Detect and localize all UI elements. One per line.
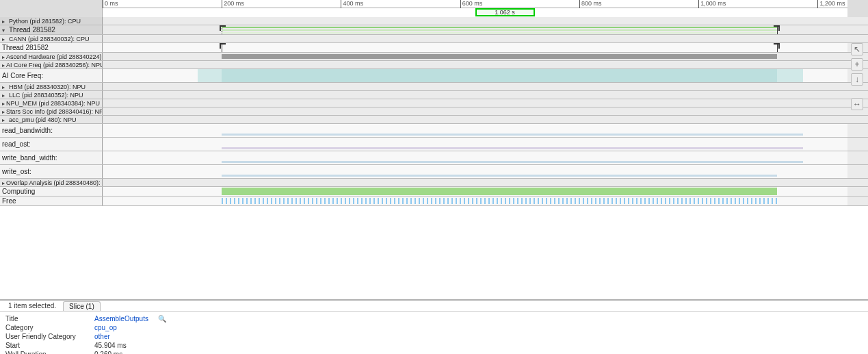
pointer-tool-button[interactable]: ↖ bbox=[851, 43, 863, 55]
row-label[interactable]: AI Core Freq (pid 288340256): NPU bbox=[0, 61, 103, 68]
expand-icon[interactable] bbox=[2, 26, 8, 34]
track-content[interactable] bbox=[103, 151, 847, 164]
track-content[interactable] bbox=[103, 43, 847, 52]
counter-bar[interactable] bbox=[777, 134, 803, 136]
process-row-overlap[interactable]: Overlap Analysis (pid 288340480): NPU bbox=[0, 179, 868, 187]
row-label[interactable]: LLC (pid 288340352): NPU bbox=[0, 91, 103, 99]
expand-icon[interactable] bbox=[2, 36, 8, 42]
tool-column: ↖ + ↓ ↔ bbox=[851, 43, 865, 113]
row-label[interactable]: NPU_MEM (pid 288340384): NPU bbox=[0, 99, 103, 107]
counter-bar[interactable] bbox=[777, 161, 803, 163]
process-row-llc[interactable]: LLC (pid 288340352): NPU bbox=[0, 91, 868, 99]
expand-icon[interactable] bbox=[2, 108, 5, 115]
kv-value[interactable]: other bbox=[94, 332, 110, 341]
counter-bar[interactable] bbox=[222, 147, 776, 149]
process-row-ascend[interactable]: Ascend Hardware (pid 288340224): NPU bbox=[0, 53, 868, 61]
row-label: write_ost: bbox=[0, 165, 103, 178]
track-content[interactable] bbox=[103, 165, 847, 178]
row-label[interactable]: Overlap Analysis (pid 288340480): NPU bbox=[0, 179, 103, 186]
row-label[interactable]: Stars Soc Info (pid 288340416): NPU bbox=[0, 108, 103, 115]
details-panel: 1 item selected. Slice (1) TitleAssemble… bbox=[0, 299, 868, 354]
ruler-tick: 800 ms bbox=[579, 0, 602, 8]
row-label[interactable]: Python (pid 281582): CPU bbox=[0, 17, 103, 25]
ruler-tick: 600 ms bbox=[460, 0, 483, 8]
kv-value[interactable]: AssembleOutputs bbox=[94, 314, 148, 323]
track-read-ost[interactable]: read_ost: bbox=[0, 138, 868, 151]
timeline-ruler[interactable]: 0 ms 200 ms 400 ms 600 ms 800 ms 1,000 m… bbox=[103, 0, 847, 8]
minimap-viewport[interactable]: 1.062 s bbox=[475, 8, 535, 16]
fit-button[interactable]: ↔ bbox=[851, 98, 863, 110]
tab-slice[interactable]: Slice (1) bbox=[63, 301, 101, 311]
events-stack[interactable] bbox=[222, 25, 776, 34]
selection-status: 1 item selected. bbox=[5, 301, 59, 311]
process-row-hbm[interactable]: HBM (pid 288340320): NPU bbox=[0, 83, 868, 91]
row-label[interactable]: acc_pmu (pid 480): NPU bbox=[0, 116, 103, 123]
track-free[interactable]: Free bbox=[0, 197, 868, 206]
counter-bar[interactable] bbox=[222, 161, 776, 163]
kv-key: User Friendly Category bbox=[5, 332, 88, 341]
expand-icon[interactable] bbox=[2, 116, 8, 123]
thread-row-281562b[interactable]: Thread 281582 bbox=[0, 43, 868, 53]
kv-value: 0.260 ms bbox=[94, 350, 122, 354]
search-icon[interactable]: 🔍 bbox=[158, 314, 166, 323]
counter-bar[interactable] bbox=[222, 175, 776, 177]
expand-icon[interactable] bbox=[2, 62, 5, 68]
track-content[interactable] bbox=[103, 53, 847, 60]
counter-bar[interactable] bbox=[222, 134, 776, 136]
range-end-marker[interactable] bbox=[777, 25, 778, 34]
thread-row-281562[interactable]: Thread 281582 bbox=[0, 25, 868, 35]
ruler-tick: 1,000 ms bbox=[698, 0, 726, 8]
zoom-out-button[interactable]: ↓ bbox=[851, 73, 863, 86]
track-computing[interactable]: Computing bbox=[0, 187, 868, 197]
row-label: Thread 281582 bbox=[0, 43, 103, 52]
process-row-aicorefreq[interactable]: AI Core Freq (pid 288340256): NPU bbox=[0, 61, 868, 69]
counter-bar[interactable] bbox=[222, 69, 776, 82]
row-label: read_ost: bbox=[0, 138, 103, 151]
track-content[interactable] bbox=[103, 124, 847, 137]
timeline-header: 0 ms 200 ms 400 ms 600 ms 800 ms 1,000 m… bbox=[0, 0, 868, 17]
track-read-bandwidth[interactable]: read_bandwidth: bbox=[0, 124, 868, 138]
row-label[interactable]: HBM (pid 288340320): NPU bbox=[0, 83, 103, 90]
fit-icon: ↔ bbox=[853, 99, 861, 109]
counter-bar[interactable] bbox=[777, 69, 803, 82]
expand-icon[interactable] bbox=[2, 18, 8, 25]
counter-bar[interactable] bbox=[198, 69, 222, 82]
track-write-bandwidth[interactable]: write_band_width: bbox=[0, 151, 868, 165]
process-row-starssoc[interactable]: Stars Soc Info (pid 288340416): NPU bbox=[0, 108, 868, 116]
track-content[interactable] bbox=[103, 69, 847, 82]
counter-bar[interactable] bbox=[777, 147, 803, 149]
ruler-tick: 400 ms bbox=[341, 0, 363, 8]
process-row-python[interactable]: Python (pid 281582): CPU bbox=[0, 17, 868, 25]
process-row-npumem[interactable]: NPU_MEM (pid 288340384): NPU bbox=[0, 99, 868, 108]
range-end-marker[interactable] bbox=[777, 43, 778, 52]
row-label[interactable]: Ascend Hardware (pid 288340224): NPU bbox=[0, 53, 103, 60]
row-label: Free bbox=[0, 197, 103, 205]
kv-value: 45.904 ms bbox=[94, 341, 127, 350]
timeline-minimap[interactable]: 1.062 s bbox=[103, 8, 847, 17]
track-content[interactable] bbox=[103, 138, 847, 151]
range-start-marker[interactable] bbox=[222, 43, 222, 52]
track-content[interactable] bbox=[103, 197, 847, 205]
events-bar[interactable] bbox=[222, 188, 776, 195]
timeline-header-right bbox=[847, 0, 868, 17]
row-label: write_band_width: bbox=[0, 151, 103, 164]
expand-icon[interactable] bbox=[2, 84, 8, 90]
slice-details-table: TitleAssembleOutputs🔍 Categorycpu_op Use… bbox=[0, 312, 868, 354]
process-row-accpmu[interactable]: acc_pmu (pid 480): NPU bbox=[0, 116, 868, 124]
events-bar[interactable] bbox=[222, 198, 776, 204]
expand-icon[interactable] bbox=[2, 179, 5, 186]
events-bar[interactable] bbox=[222, 54, 776, 59]
expand-icon[interactable] bbox=[2, 53, 5, 60]
track-aicorefreq[interactable]: AI Core Freq: bbox=[0, 69, 868, 83]
track-content[interactable] bbox=[103, 25, 847, 34]
kv-value[interactable]: cpu_op bbox=[94, 323, 117, 332]
zoom-in-button[interactable]: + bbox=[851, 58, 863, 71]
track-content[interactable] bbox=[103, 187, 847, 196]
track-write-ost[interactable]: write_ost: bbox=[0, 165, 868, 179]
expand-icon[interactable] bbox=[2, 100, 5, 107]
row-label[interactable]: CANN (pid 288340032): CPU bbox=[0, 35, 103, 42]
process-row-cann[interactable]: CANN (pid 288340032): CPU bbox=[0, 35, 868, 43]
expand-icon[interactable] bbox=[2, 92, 8, 99]
kv-key: Start bbox=[5, 341, 88, 350]
row-label[interactable]: Thread 281582 bbox=[0, 25, 103, 34]
